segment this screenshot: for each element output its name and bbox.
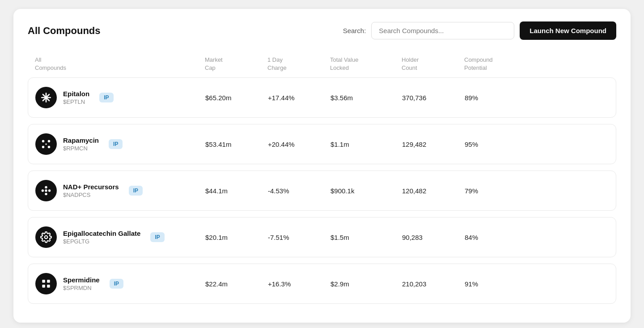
- page-header: All Compounds Search: Launch New Compoun…: [28, 21, 616, 40]
- table-row[interactable]: Epigallocatechin Gallate $EPGLTG IP $20.…: [28, 217, 616, 257]
- holder-count-value: 370,736: [402, 94, 465, 102]
- svg-point-5: [48, 140, 50, 142]
- tvl-value: $900.1k: [330, 187, 402, 195]
- compound-name: Epigallocatechin Gallate: [63, 230, 140, 237]
- compound-icon-1: [35, 133, 57, 155]
- main-container: All Compounds Search: Launch New Compoun…: [13, 9, 631, 323]
- svg-point-10: [45, 190, 47, 192]
- holder-count-value: 120,482: [402, 187, 465, 195]
- compound-icon-0: [35, 87, 57, 108]
- compound-name-group: Rapamycin $RPMCN: [63, 136, 99, 152]
- table-body: Epitalon $EPTLN IP $65.20m +17.44% $3.56…: [28, 77, 616, 304]
- compound-icon-2: [35, 180, 57, 201]
- svg-point-8: [45, 144, 47, 145]
- svg-point-11: [48, 190, 51, 192]
- table-row[interactable]: Epitalon $EPTLN IP $65.20m +17.44% $3.56…: [28, 77, 616, 118]
- tvl-value: $1.5m: [330, 234, 402, 241]
- col-header-name: AllCompounds: [35, 56, 205, 72]
- holder-count-value: 129,482: [402, 141, 465, 148]
- svg-rect-18: [47, 285, 50, 288]
- svg-point-9: [42, 190, 44, 192]
- compound-potential-value: 95%: [465, 141, 536, 148]
- table-row[interactable]: NAD+ Precursors $NADPCS IP $44.1m -4.53%…: [28, 170, 616, 211]
- compound-name: Epitalon: [63, 90, 89, 98]
- ip-badge: IP: [150, 232, 164, 242]
- svg-point-6: [42, 146, 44, 148]
- col-header-potential: CompoundPotential: [464, 56, 536, 72]
- col-header-tvl: Total ValueLocked: [330, 56, 402, 72]
- launch-new-compound-button[interactable]: Launch New Compound: [520, 21, 616, 40]
- compound-ticker: $NADPCS: [63, 192, 119, 198]
- compound-potential-value: 84%: [465, 234, 536, 241]
- compound-name: Rapamycin: [63, 136, 99, 144]
- search-label: Search:: [343, 27, 366, 34]
- holder-count-value: 90,283: [402, 234, 465, 241]
- svg-point-14: [45, 236, 48, 239]
- market-cap-value: $44.1m: [205, 187, 268, 195]
- svg-point-7: [48, 146, 50, 148]
- compound-ticker: $EPGLTG: [63, 238, 140, 245]
- col-header-day-charge: 1 DayCharge: [267, 56, 330, 72]
- compound-name: Spermidine: [63, 276, 100, 284]
- svg-point-13: [45, 193, 47, 195]
- day-charge-value: +20.44%: [268, 141, 330, 148]
- ip-badge: IP: [99, 93, 113, 102]
- compound-ticker: $SPRMDN: [63, 285, 100, 291]
- header-actions: Search: Launch New Compound: [343, 21, 616, 40]
- tvl-value: $1.1m: [330, 141, 402, 148]
- table-row[interactable]: Rapamycin $RPMCN IP $53.41m +20.44% $1.1…: [28, 124, 616, 164]
- ip-badge: IP: [129, 186, 143, 196]
- compound-ticker: $EPTLN: [63, 98, 89, 105]
- compound-potential-value: 89%: [465, 94, 536, 102]
- table-row[interactable]: Spermidine $SPRMDN IP $22.4m +16.3% $2.9…: [28, 264, 616, 304]
- compound-name-group: Spermidine $SPRMDN: [63, 276, 100, 291]
- compound-name-group: Epigallocatechin Gallate $EPGLTG: [63, 230, 140, 245]
- day-charge-value: -4.53%: [268, 187, 330, 195]
- compound-potential-value: 91%: [465, 280, 536, 288]
- compound-potential-value: 79%: [465, 187, 536, 195]
- compound-info: Epigallocatechin Gallate $EPGLTG IP: [35, 226, 205, 248]
- svg-rect-15: [42, 280, 45, 283]
- ip-badge: IP: [110, 279, 123, 289]
- tvl-value: $3.56m: [330, 94, 402, 102]
- market-cap-value: $20.1m: [205, 234, 268, 241]
- svg-point-4: [42, 140, 44, 142]
- col-header-market-cap: MarketCap: [205, 56, 267, 72]
- market-cap-value: $22.4m: [205, 280, 268, 288]
- compound-name: NAD+ Precursors: [63, 183, 119, 191]
- tvl-value: $2.9m: [330, 280, 402, 288]
- day-charge-value: +16.3%: [268, 280, 330, 288]
- svg-point-12: [45, 186, 47, 188]
- compound-ticker: $RPMCN: [63, 145, 99, 152]
- compound-name-group: NAD+ Precursors $NADPCS: [63, 183, 119, 198]
- compound-info: Rapamycin $RPMCN IP: [35, 133, 205, 155]
- svg-rect-17: [42, 285, 45, 288]
- compound-icon-3: [35, 226, 57, 248]
- page-title: All Compounds: [28, 25, 101, 37]
- svg-rect-16: [47, 280, 50, 283]
- market-cap-value: $65.20m: [205, 94, 268, 102]
- day-charge-value: -7.51%: [268, 234, 330, 241]
- ip-badge: IP: [109, 139, 123, 149]
- day-charge-value: +17.44%: [268, 94, 330, 102]
- compound-info: NAD+ Precursors $NADPCS IP: [35, 180, 205, 201]
- search-input[interactable]: [371, 22, 514, 39]
- col-header-holder-count: HolderCount: [402, 56, 464, 72]
- compound-icon-4: [35, 273, 57, 294]
- compound-name-group: Epitalon $EPTLN: [63, 90, 89, 105]
- compound-info: Spermidine $SPRMDN IP: [35, 273, 205, 294]
- market-cap-value: $53.41m: [205, 141, 268, 148]
- holder-count-value: 210,203: [402, 280, 465, 288]
- table-header: AllCompounds MarketCap 1 DayCharge Total…: [28, 56, 616, 77]
- compound-info: Epitalon $EPTLN IP: [35, 87, 205, 108]
